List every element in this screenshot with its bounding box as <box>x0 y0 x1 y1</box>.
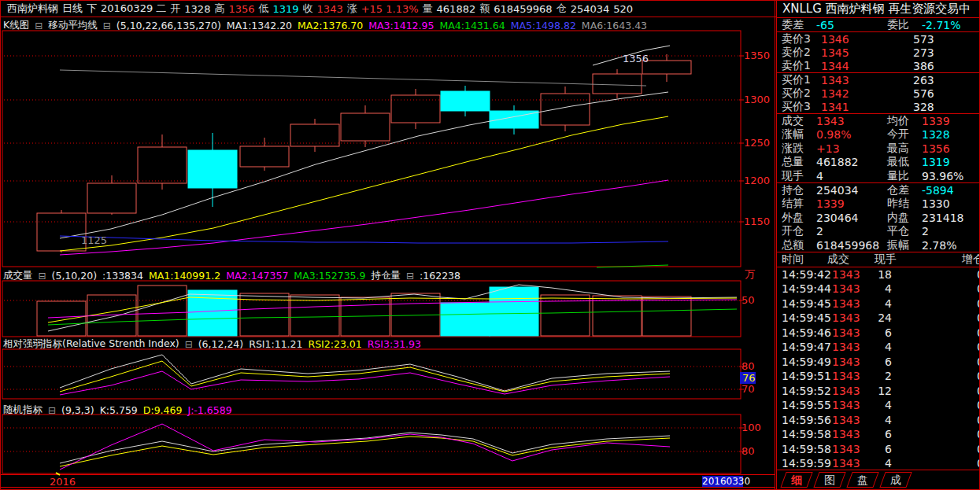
bid-label: 买价1 <box>782 73 821 87</box>
tick-table[interactable]: 14:59:42134318014:59:4413434014:59:45134… <box>777 267 980 471</box>
tick-col-header: 现手 <box>875 252 936 267</box>
bid-quantity: 576 <box>897 87 980 100</box>
stat-label: 内盘 <box>887 211 922 225</box>
stat-value: 461882 <box>816 156 887 168</box>
ask-level-row[interactable]: 卖价11344386 <box>777 59 980 72</box>
ask-price: 1344 <box>821 60 897 72</box>
candlestick <box>391 95 440 123</box>
collapse-icon[interactable]: ⊟ <box>103 20 111 31</box>
imbalance-label: 委差 <box>782 18 816 32</box>
stat-value: 1356 <box>922 142 980 155</box>
indicator-label: RSI2:23.01 <box>308 338 361 350</box>
stat-value: 230464 <box>816 212 887 224</box>
tick-time: 14:59:55 <box>782 398 832 413</box>
tab-成[interactable]: 成 <box>879 472 912 488</box>
tick-row: 14:59:521343120 <box>777 384 980 399</box>
indicator-label: :162238 <box>420 270 460 282</box>
indicator-label: MA6:1643.43 <box>582 20 647 31</box>
topbar-field: 开 <box>170 2 180 16</box>
top-info-bar: 西南炉料钢日线下20160329 二开1328高1356低1319收1343涨+… <box>1 1 781 17</box>
candlestick <box>341 113 390 141</box>
panel-frame <box>2 281 741 337</box>
bid-quantity: 328 <box>897 101 980 113</box>
indicator-label: MA5:1498.82 <box>511 20 576 31</box>
tick-price: 1343 <box>832 267 868 282</box>
collapse-icon[interactable]: ⊟ <box>39 271 46 282</box>
open-interest-line <box>48 309 737 325</box>
topbar-field: 1328 <box>184 3 210 15</box>
topbar-field: 收 <box>303 2 313 16</box>
bid-level-row[interactable]: 买价31341328 <box>777 100 980 113</box>
rsi-cursor-value: 76 <box>742 372 756 384</box>
kdj-panel-header: 随机指标⊟(9,3,3)K:5.759D:9.469J:-1.6589 <box>3 403 232 417</box>
ask-label: 卖价2 <box>782 46 821 60</box>
tick-position-change: 0 <box>892 355 980 370</box>
stat-label: 昨结 <box>887 197 922 211</box>
stat-row: 成交1343均价1339 <box>777 114 980 127</box>
tab-label: 图 <box>824 473 835 487</box>
quote-tabs: 细图盘成 <box>777 470 980 490</box>
rsi-panel-header: 相对强弱指标(Relative Strenth Index)⊟(6,12,24)… <box>3 337 421 351</box>
bid-level-row[interactable]: 买价21342576 <box>777 87 980 100</box>
indicator-label: (6,12,24) <box>198 338 243 350</box>
candlestick <box>642 61 691 74</box>
kdj-axis-label: 100 <box>741 422 761 433</box>
tick-volume: 4 <box>868 398 892 413</box>
stat-label: 开仓 <box>782 224 816 238</box>
stat-label: 今开 <box>887 127 922 142</box>
stat-label: 均价 <box>887 114 922 128</box>
bid-price: 1342 <box>821 87 897 100</box>
stat-value: +13 <box>816 142 887 155</box>
tick-time: 14:59:42 <box>782 267 832 282</box>
x-axis-year-label: 2016 <box>50 476 76 488</box>
tick-price: 1343 <box>832 355 868 370</box>
tick-time: 14:59:51 <box>782 369 832 384</box>
order-imbalance-row: 委差-65委比-2.71% <box>777 18 980 32</box>
collapse-icon[interactable]: ⊟ <box>48 405 56 416</box>
tick-price: 1343 <box>832 326 868 341</box>
bid-level-row[interactable]: 买价11343263 <box>777 73 980 87</box>
collapse-icon[interactable]: ⊟ <box>185 339 193 350</box>
topbar-field: 20160329 二 <box>101 2 166 16</box>
tick-volume: 4 <box>868 340 892 355</box>
indicator-label: 持仓量 <box>372 269 401 282</box>
ask-price: 1345 <box>821 46 897 59</box>
ask-level-row[interactable]: 卖价21345273 <box>777 46 980 59</box>
indicator-label: MA1:1342.20 <box>227 20 292 31</box>
kline-panel-header: K线图⊟移动平均线⊟(5,10,22,66,135,270)MA1:1342.2… <box>3 19 647 32</box>
tick-position-change: 0 <box>892 311 980 326</box>
tick-row: 14:59:51134320 <box>777 369 980 384</box>
price-axis-label: 1200 <box>744 175 770 186</box>
collapse-icon[interactable]: ⊟ <box>406 271 414 282</box>
indicator-label: :133834 <box>102 270 143 282</box>
tab-细[interactable]: 细 <box>780 472 812 488</box>
ask-level-row[interactable]: 卖价31346573 <box>777 32 980 46</box>
volume-bar <box>642 297 691 336</box>
ask-price: 1346 <box>821 33 897 46</box>
position-stats-block: 持仓254034仓差-5894结算1339昨结1330外盘230464内盘231… <box>777 183 980 252</box>
ask-label: 卖价1 <box>782 59 821 73</box>
kdj-axis-label: 80 <box>741 445 755 457</box>
volume-bar <box>188 290 237 336</box>
stat-value: 2.78% <box>922 239 980 252</box>
collapse-icon[interactable]: ⊟ <box>35 20 43 31</box>
stat-value: 4 <box>816 170 887 182</box>
topbar-field: 461882 <box>437 3 476 15</box>
stat-row: 结算1339昨结1330 <box>777 197 980 210</box>
stat-value: 618459968 <box>816 239 887 252</box>
tick-price: 1343 <box>832 384 868 399</box>
tab-盘[interactable]: 盘 <box>846 472 878 488</box>
tab-图[interactable]: 图 <box>813 472 845 488</box>
stat-value: 1330 <box>922 197 980 210</box>
tick-volume: 4 <box>868 297 892 311</box>
topbar-field: 低 <box>259 2 269 16</box>
vol-ma3-line <box>48 300 737 318</box>
bid-book: 买价11343263买价21342576买价31341328 <box>777 73 980 114</box>
bid-price: 1341 <box>821 101 897 113</box>
tick-position-change: 0 <box>892 413 980 428</box>
tick-position-change: 0 <box>892 384 980 399</box>
indicator-label: MA3:1412.95 <box>368 20 434 31</box>
tick-price: 1343 <box>832 282 868 297</box>
indicator-label: MA1:140991.2 <box>149 270 220 282</box>
indicator-label: K线图 <box>3 19 29 32</box>
